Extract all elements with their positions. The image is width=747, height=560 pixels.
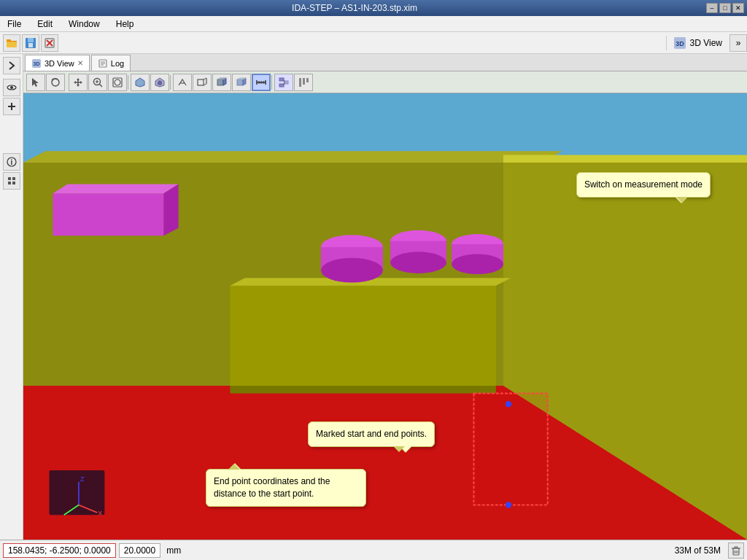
svg-rect-0 — [7, 39, 11, 41]
3d-viewport[interactable]: Z X Switch on measurement mode Marked st… — [23, 93, 747, 540]
3dview-tab-icon: 3D — [31, 58, 42, 69]
svg-marker-72 — [230, 386, 495, 394]
svg-point-12 — [10, 86, 13, 89]
tab-log-label: Log — [111, 59, 124, 68]
btn-front-face[interactable] — [131, 74, 150, 91]
tooltip-measurement-mode: Switch on measurement mode — [576, 172, 711, 198]
content-area: 3D 3D View ✕ Log — [23, 54, 747, 540]
btn-solid[interactable] — [212, 74, 231, 91]
app-toolbar: 3D 3D View » — [0, 32, 747, 54]
svg-text:Z: Z — [80, 475, 85, 483]
status-unit: mm — [163, 544, 184, 557]
svg-rect-59 — [299, 78, 301, 87]
svg-point-33 — [115, 79, 120, 85]
svg-text:3D: 3D — [676, 40, 684, 47]
tooltip-endpoint: End point coordinates and the distance t… — [206, 469, 366, 507]
sidebar-btn-extra[interactable] — [3, 172, 20, 190]
close-doc-button[interactable] — [41, 34, 58, 52]
trash-button[interactable] — [728, 542, 744, 559]
btn-scene-graph[interactable] — [274, 74, 293, 91]
3d-scene: Z X — [23, 93, 747, 540]
svg-line-29 — [100, 84, 103, 87]
window-controls[interactable]: – □ ✕ — [706, 3, 744, 13]
btn-measure[interactable] — [252, 74, 271, 91]
svg-point-78 — [321, 258, 383, 283]
sidebar-btn-plus[interactable] — [3, 98, 20, 115]
tab-3dview[interactable]: 3D 3D View ✕ — [25, 55, 90, 71]
svg-rect-5 — [28, 43, 33, 47]
btn-zoom[interactable] — [88, 74, 107, 91]
svg-rect-54 — [279, 78, 284, 81]
svg-marker-69 — [503, 155, 747, 163]
tab-3dview-close[interactable]: ✕ — [77, 59, 83, 67]
viewport-toolbar — [23, 71, 747, 93]
svg-rect-73 — [53, 193, 163, 236]
expand-button[interactable]: » — [729, 34, 747, 52]
svg-rect-56 — [285, 81, 288, 84]
svg-rect-85 — [473, 394, 547, 505]
main-layout: i 3D 3D View ✕ Log — [0, 54, 747, 540]
menubar: File Edit Window Help — [0, 16, 747, 32]
statusbar: 158.0435; -6.2500; 0.0000 20.0000 mm 33M… — [0, 540, 747, 560]
menu-window[interactable]: Window — [64, 18, 104, 31]
svg-marker-74 — [53, 184, 178, 194]
btn-shaded[interactable] — [232, 74, 251, 91]
minimize-button[interactable]: – — [706, 3, 718, 13]
open-button[interactable] — [3, 34, 20, 52]
status-coordinates: 158.0435; -6.2500; 0.0000 — [3, 543, 116, 558]
svg-rect-55 — [279, 84, 284, 87]
menu-help[interactable]: Help — [112, 18, 139, 31]
tab-bar: 3D 3D View ✕ Log — [23, 54, 747, 71]
svg-point-81 — [390, 252, 446, 273]
svg-rect-19 — [8, 182, 11, 184]
svg-point-86 — [506, 401, 511, 407]
tooltip-marked-text: Marked start and end points. — [316, 429, 427, 439]
menu-edit[interactable]: Edit — [33, 18, 57, 31]
titlebar: IDA-STEP – AS1-IN-203.stp.xim – □ ✕ — [0, 0, 747, 16]
toolbar-left — [0, 34, 61, 52]
svg-rect-4 — [28, 38, 34, 42]
svg-line-39 — [204, 78, 206, 79]
svg-marker-67 — [23, 151, 562, 163]
svg-rect-20 — [12, 182, 15, 184]
tooltip-endpoint-text: End point coordinates and the distance t… — [214, 476, 330, 499]
tooltip-marked-points: Marked start and end points. — [308, 421, 435, 447]
svg-text:i: i — [10, 158, 12, 166]
svg-text:X: X — [98, 510, 102, 517]
svg-rect-1 — [7, 41, 17, 47]
close-button[interactable]: ✕ — [732, 3, 744, 13]
svg-text:3D: 3D — [34, 61, 40, 66]
maximize-button[interactable]: □ — [719, 3, 731, 13]
tooltip-measurement-text: Switch on measurement mode — [584, 179, 703, 190]
btn-extra[interactable] — [294, 74, 313, 91]
svg-line-57 — [284, 79, 285, 82]
left-sidebar: i — [0, 54, 23, 540]
svg-rect-45 — [237, 79, 243, 85]
tab-3dview-label: 3D View — [44, 59, 74, 68]
sidebar-btn-arrow[interactable] — [3, 57, 20, 74]
sidebar-btn-info[interactable]: i — [3, 153, 20, 171]
svg-rect-38 — [198, 79, 204, 85]
3dview-label: 3D View — [690, 38, 722, 48]
btn-view-perspective[interactable] — [173, 74, 192, 91]
btn-fit[interactable] — [108, 74, 127, 91]
btn-back-face[interactable] — [150, 74, 169, 91]
svg-rect-42 — [217, 79, 223, 85]
svg-rect-88 — [49, 470, 104, 515]
btn-pan[interactable] — [69, 74, 88, 91]
status-memory: 33M of 53M — [670, 544, 725, 557]
btn-rotate[interactable] — [46, 74, 65, 91]
svg-point-27 — [52, 79, 59, 86]
sidebar-btn-eye[interactable] — [3, 79, 20, 96]
btn-wireframe[interactable] — [193, 74, 212, 91]
tab-log[interactable]: Log — [91, 55, 131, 71]
svg-line-58 — [284, 82, 285, 85]
svg-rect-61 — [306, 78, 309, 82]
3dview-label-area: 3D 3D View — [666, 36, 728, 50]
menu-file[interactable]: File — [3, 18, 26, 31]
btn-select-mode[interactable] — [26, 74, 45, 91]
svg-point-87 — [506, 502, 511, 508]
svg-marker-70 — [230, 286, 495, 386]
save-button[interactable] — [22, 34, 39, 52]
svg-rect-2 — [7, 41, 17, 42]
